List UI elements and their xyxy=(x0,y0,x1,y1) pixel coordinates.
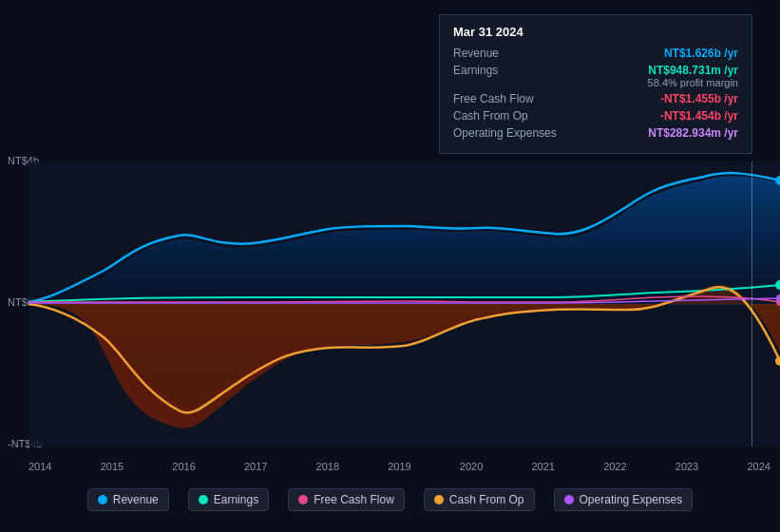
legend-fcf[interactable]: Free Cash Flow xyxy=(288,488,405,511)
tooltip-revenue-row: Revenue NT$1.626b /yr xyxy=(453,47,738,60)
tooltip-revenue-label: Revenue xyxy=(453,47,567,60)
tooltip-earnings-row: Earnings NT$948.731m /yr 58.4% profit ma… xyxy=(453,64,738,88)
legend-opex[interactable]: Operating Expenses xyxy=(554,488,694,511)
x-label-2022: 2022 xyxy=(603,461,626,472)
tooltip-cashop-value: -NT$1.454b /yr xyxy=(660,109,738,123)
tooltip-fcf-label: Free Cash Flow xyxy=(453,92,567,105)
x-label-2017: 2017 xyxy=(244,461,267,472)
legend-cashop-dot xyxy=(434,495,444,504)
legend-fcf-dot xyxy=(298,495,308,504)
tooltip-fcf-value: -NT$1.455b /yr xyxy=(660,92,738,105)
tooltip-date: Mar 31 2024 xyxy=(453,25,738,39)
legend-opex-dot xyxy=(564,495,574,504)
x-label-2014: 2014 xyxy=(29,461,51,472)
x-label-2015: 2015 xyxy=(101,461,124,472)
x-label-2016: 2016 xyxy=(172,461,195,472)
legend-revenue[interactable]: Revenue xyxy=(87,488,169,511)
tooltip-earnings-value: NT$948.731m /yr xyxy=(648,64,738,77)
legend-earnings[interactable]: Earnings xyxy=(188,488,269,511)
tooltip: Mar 31 2024 Revenue NT$1.626b /yr Earnin… xyxy=(439,14,752,154)
legend-cashop-label: Cash From Op xyxy=(449,493,524,506)
tooltip-earnings-label: Earnings xyxy=(453,64,567,77)
x-label-2023: 2023 xyxy=(675,461,698,472)
legend-fcf-label: Free Cash Flow xyxy=(314,493,394,506)
tooltip-opex-value: NT$282.934m /yr xyxy=(648,126,738,140)
legend-opex-label: Operating Expenses xyxy=(580,493,683,506)
x-label-2024: 2024 xyxy=(747,461,770,472)
legend-earnings-dot xyxy=(199,495,208,504)
tooltip-revenue-value: NT$1.626b /yr xyxy=(664,47,738,60)
legend-revenue-dot xyxy=(98,495,107,504)
tooltip-cashop-label: Cash From Op xyxy=(453,109,567,123)
tooltip-opex-label: Operating Expenses xyxy=(453,126,567,140)
x-label-2020: 2020 xyxy=(460,461,483,472)
legend-earnings-label: Earnings xyxy=(214,493,258,506)
legend-cashop[interactable]: Cash From Op xyxy=(424,488,535,511)
x-label-2019: 2019 xyxy=(388,461,410,472)
x-label-2018: 2018 xyxy=(316,461,339,472)
tooltip-fcf-row: Free Cash Flow -NT$1.455b /yr xyxy=(453,92,738,105)
tooltip-earnings-margin: 58.4% profit margin xyxy=(648,77,738,88)
x-label-2021: 2021 xyxy=(531,461,554,472)
chart-svg xyxy=(29,162,780,446)
legend-revenue-label: Revenue xyxy=(113,493,159,506)
tooltip-cashop-row: Cash From Op -NT$1.454b /yr xyxy=(453,109,738,123)
chart-legend: Revenue Earnings Free Cash Flow Cash Fro… xyxy=(0,488,780,511)
tooltip-vertical-line xyxy=(751,162,752,446)
x-axis-labels: 2014 2015 2016 2017 2018 2019 2020 2021 … xyxy=(29,461,770,472)
tooltip-opex-row: Operating Expenses NT$282.934m /yr xyxy=(453,126,738,140)
